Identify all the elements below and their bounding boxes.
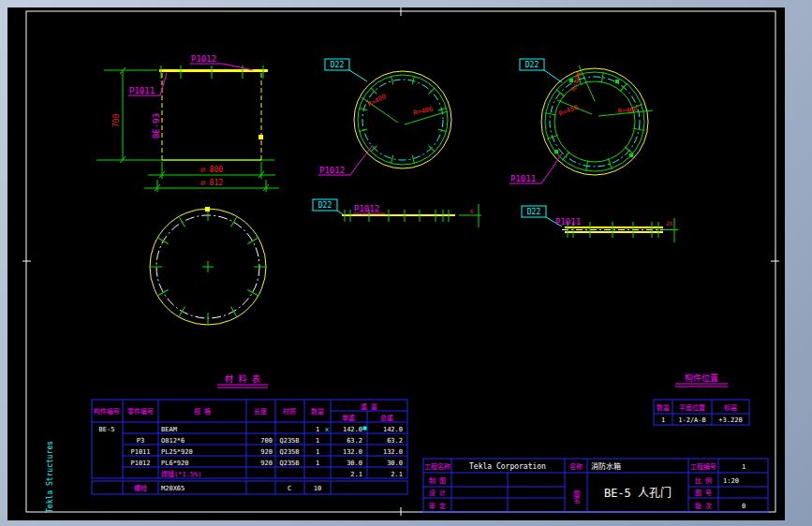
flange-plan-view: R=400 R=450 R=460 D22 P1011 bbox=[509, 59, 653, 183]
material-table: 材 料 表 bbox=[92, 373, 407, 494]
cell-qty: 10 bbox=[314, 485, 321, 492]
thickness-mark: 6 bbox=[470, 208, 474, 214]
col-header-unit-weight: 单重 bbox=[342, 414, 355, 422]
hole-tag: D22 bbox=[525, 61, 539, 69]
designed-by-label: 设 计 bbox=[429, 489, 446, 497]
approved-by-label: 审 定 bbox=[429, 502, 446, 510]
cell-material: C bbox=[288, 485, 291, 492]
cover-plan-view: R=400 R=406 D22 P1012 bbox=[318, 59, 451, 175]
grip-marker-square bbox=[363, 427, 367, 431]
hole-tag: D22 bbox=[331, 61, 345, 69]
cover-plate-callout: P1012 bbox=[191, 54, 216, 64]
cell-unit-weight: 142.0 bbox=[343, 426, 362, 433]
project-no-label: 工程编号 bbox=[690, 462, 716, 471]
grip-marker-x: x bbox=[325, 426, 329, 433]
col-header-total-weight: 总重 bbox=[380, 414, 393, 422]
cell-unit-weight: 2.1 bbox=[350, 471, 362, 478]
project-name-label: 工程名称 bbox=[424, 462, 450, 471]
cell-unit-weight: 63.2 bbox=[347, 437, 362, 445]
table-row: P1012 PL6*920 920 Q235B 1 30.0 30.0 bbox=[130, 460, 403, 467]
table-row: BE-5 BEAM 1 x 142.0 142.0 bbox=[99, 426, 403, 433]
col-header-assembly: 构件编号 bbox=[94, 407, 120, 416]
radius-dim-left: R=450 bbox=[558, 104, 580, 118]
cell-spec: M20X65 bbox=[161, 485, 185, 492]
cell-total-weight: 63.2 bbox=[387, 437, 403, 445]
cell-spec: PL6*920 bbox=[161, 460, 189, 467]
height-dimension: 700 bbox=[112, 113, 121, 127]
elevation-view: P1012 P1011 BE-93 700 ∅ 800 ∅ bbox=[96, 54, 279, 192]
cell-unit-weight: 30.0 bbox=[347, 460, 362, 467]
drawing-name-label: 图名 bbox=[572, 490, 581, 504]
radius-dim-outer: R=406 bbox=[413, 106, 434, 117]
revision-value: 0 bbox=[742, 503, 746, 510]
pos-header-plan: 平面位置 bbox=[679, 403, 705, 412]
hole-tag: D22 bbox=[527, 208, 541, 216]
scale-label: 比 例 bbox=[695, 476, 712, 485]
cell-part-bolt: 螺栓 bbox=[134, 484, 147, 492]
drawing-canvas: P1012 P1011 BE-93 700 ∅ 800 ∅ bbox=[7, 7, 785, 520]
outer-diameter-dimension: ∅ 812 bbox=[200, 179, 223, 187]
cell-length: 920 bbox=[260, 448, 273, 456]
col-header-length: 长度 bbox=[254, 407, 267, 416]
table-row: P1011 PL25*920 920 Q235B 1 132.0 132.0 bbox=[130, 448, 403, 456]
cell-spec: BEAM bbox=[161, 426, 177, 433]
radius-dim-inner: R=400 bbox=[366, 93, 387, 109]
cell-material: Q235B bbox=[279, 460, 299, 467]
cell-total-weight: 30.0 bbox=[387, 460, 403, 467]
position-table: 构件位置 数量 平面位置 标高 1 1-2/A-B +3.220 bbox=[654, 373, 749, 425]
material-table-title: 材 料 表 bbox=[225, 373, 260, 384]
flange-edge-callout: P1011 bbox=[555, 217, 581, 226]
inner-diameter-dimension: ∅ 800 bbox=[200, 166, 223, 174]
col-header-material: 材质 bbox=[283, 407, 296, 416]
flange-plan-callout: P1011 bbox=[510, 174, 536, 183]
table-row: 焊缝(*1.5%) 2.1 2.1 bbox=[161, 470, 403, 478]
cell-spec: O812*6 bbox=[161, 437, 185, 445]
cover-edge-callout: P1012 bbox=[354, 204, 379, 213]
grip-dot bbox=[205, 207, 210, 212]
cell-part: P1012 bbox=[130, 460, 150, 467]
project-name-value: Tekla Corporation bbox=[469, 462, 546, 471]
tekla-watermark: Tekla Structures bbox=[46, 441, 54, 513]
cover-plan-callout: P1012 bbox=[319, 166, 345, 175]
assembly-mark-text: BE-93 bbox=[152, 113, 161, 139]
cell-qty: 1 bbox=[316, 448, 319, 456]
scale-value: 1:20 bbox=[723, 477, 739, 485]
side-plate-callout: P1011 bbox=[129, 86, 155, 95]
cell-qty: 1 bbox=[316, 426, 319, 433]
cell-length: 920 bbox=[260, 460, 273, 467]
thickness-mark: 25 bbox=[666, 220, 673, 226]
cell-spec-weld: 焊缝(*1.5%) bbox=[161, 470, 202, 478]
cell-spec: PL25*920 bbox=[161, 448, 193, 456]
drawing-name-value: BE-5 人孔门 bbox=[604, 486, 672, 500]
cell-total-weight: 142.0 bbox=[383, 426, 403, 433]
cell-material: Q235B bbox=[279, 437, 299, 445]
cell-qty: 1 bbox=[316, 437, 319, 445]
pos-value-plan: 1-2/A-B bbox=[678, 416, 706, 424]
cad-viewer-window: P1012 P1011 BE-93 700 ∅ 800 ∅ bbox=[0, 0, 812, 526]
shell-plan-view bbox=[150, 207, 266, 325]
hole-tag: D22 bbox=[318, 201, 332, 210]
revision-label: 版 次 bbox=[695, 502, 712, 510]
cell-total-weight: 2.1 bbox=[391, 471, 403, 478]
pos-value-elev: +3.220 bbox=[718, 416, 742, 424]
grip-dot bbox=[258, 135, 263, 139]
cover-edge-view: 6 D22 P1012 bbox=[313, 199, 481, 227]
position-table-title: 构件位置 bbox=[685, 373, 718, 383]
radius-dim-top: R=400 bbox=[569, 71, 583, 93]
drawn-by-label: 制 图 bbox=[429, 476, 446, 485]
pos-header-qty: 数量 bbox=[657, 403, 670, 412]
col-header-spec: 规 格 bbox=[194, 407, 211, 416]
radius-dim-right: R=460 bbox=[617, 106, 638, 115]
name-value: 消防水箱 bbox=[591, 461, 621, 471]
name-label: 名称 bbox=[569, 462, 583, 471]
pos-header-elev: 标高 bbox=[724, 403, 737, 412]
bolt-hole-ticks bbox=[360, 77, 447, 164]
drawing-sheet: P1012 P1011 BE-93 700 ∅ 800 ∅ bbox=[7, 7, 785, 520]
col-header-part: 零件编号 bbox=[127, 407, 154, 416]
cell-unit-weight: 132.0 bbox=[343, 448, 362, 456]
cell-assembly: BE-5 bbox=[99, 426, 115, 433]
cell-material: Q235B bbox=[279, 448, 299, 456]
table-row: 螺栓 M20X65 C 10 bbox=[134, 484, 321, 492]
project-no-value: 1 bbox=[742, 463, 746, 471]
flange-edge-view: 25 D22 P1011 bbox=[522, 206, 678, 242]
